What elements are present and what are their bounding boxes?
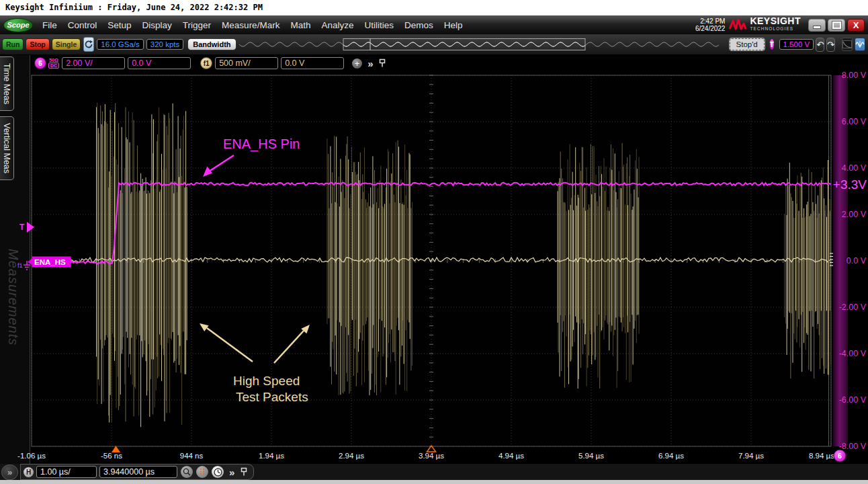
- voltage-axis-label: -4.00 V: [839, 349, 867, 358]
- channel-6-badge[interactable]: 6: [34, 57, 46, 69]
- restore-icon: [832, 22, 841, 29]
- trace-name-label[interactable]: ENA_HS: [28, 257, 71, 268]
- stop-button[interactable]: Stop: [26, 38, 49, 50]
- time-axis-label: 7.94 µs: [738, 452, 764, 460]
- sample-rate-field[interactable]: 16.0 GSa/s: [97, 39, 144, 50]
- time-axis-label: -56 ns: [101, 452, 122, 460]
- channel-offset-field[interactable]: 0.0 V: [128, 57, 191, 69]
- time-axis: -1.06 µs-56 ns944 ns1.94 µs2.94 µs3.94 µ…: [17, 452, 834, 460]
- time-axis-label: 1.94 µs: [259, 452, 284, 460]
- scope-logo[interactable]: Scope: [3, 18, 33, 32]
- voltage-axis-label: 0.0 V: [847, 256, 867, 266]
- bottom-expand-button[interactable]: »: [1, 465, 18, 480]
- markers-button[interactable]: [196, 466, 208, 478]
- menu-file[interactable]: File: [37, 17, 62, 33]
- menubar-right: 2:42 PM 6/24/2022 KEYSIGHT TECHNOLOGIES …: [695, 17, 868, 32]
- channel-scale-field[interactable]: 2.00 V/: [62, 57, 125, 69]
- function-scale-field[interactable]: 500 mV/: [215, 57, 278, 69]
- menu-demos[interactable]: Demos: [399, 17, 439, 33]
- voltage-axis-label: -2.00 V: [839, 302, 867, 312]
- time-axis-label: 6.94 µs: [658, 452, 684, 460]
- trigger-source-badge[interactable]: T: [770, 39, 774, 50]
- menu-help[interactable]: Help: [439, 17, 468, 33]
- horizontal-expand-chevrons[interactable]: »: [229, 467, 234, 478]
- bandwidth-button[interactable]: Bandwidth: [187, 38, 236, 50]
- timebase-field[interactable]: 1.00 µs/: [36, 466, 97, 478]
- waveform-display[interactable]: 8.00 V6.00 V4.00 V2.00 V0.0 V-2.00 V-4.0…: [0, 71, 868, 464]
- redo-icon: ↷: [827, 40, 834, 50]
- waveform-preview-strip[interactable]: [239, 38, 724, 51]
- menu-math[interactable]: Math: [285, 17, 316, 33]
- function-offset-field[interactable]: 0.0 V: [281, 57, 344, 69]
- coupling-badge[interactable]: 50Ω DC: [48, 58, 59, 69]
- trace-label-text: ENA_HS: [34, 258, 66, 266]
- time-axis-label: 5.94 µs: [578, 452, 604, 460]
- function-f1-badge[interactable]: f1: [200, 57, 212, 69]
- menu-items: FileControlSetupDisplayTriggerMeasure/Ma…: [37, 17, 468, 33]
- coupling-label: DC: [48, 63, 59, 69]
- bottom-edge-strip: [0, 480, 868, 484]
- horizontal-pin-icon[interactable]: [240, 467, 248, 477]
- menu-analyze[interactable]: Analyze: [316, 17, 359, 33]
- annotation-packets-text-1: High Speed: [233, 374, 300, 388]
- voltage-axis-label: -6.00 V: [839, 395, 867, 405]
- menu-setup[interactable]: Setup: [102, 17, 136, 33]
- restore-button[interactable]: [828, 19, 845, 32]
- zoom-button[interactable]: [181, 466, 193, 478]
- channel-badge-text: 6: [838, 452, 842, 460]
- horizontal-badge[interactable]: H: [24, 467, 34, 477]
- magnifier-icon: [183, 468, 191, 476]
- rising-edge-icon: [776, 39, 777, 50]
- f1-ground-tag: f1: [17, 262, 23, 269]
- oscilloscope-app: Keysight Infiniium : Friday, June 24, 20…: [0, 0, 868, 484]
- voltage-axis-label: 6.00 V: [842, 117, 867, 126]
- undo-button[interactable]: ↶: [816, 38, 824, 52]
- persistence-icon: [842, 40, 852, 48]
- clock: 2:42 PM 6/24/2022: [695, 17, 726, 32]
- clock-date: 6/24/2022: [695, 25, 726, 32]
- trigger-level-tag: T: [19, 223, 25, 232]
- minimize-button[interactable]: [808, 19, 826, 32]
- close-button[interactable]: X: [847, 19, 865, 32]
- display-settings-button[interactable]: [842, 38, 853, 51]
- delay-field[interactable]: 3.9440000 µs: [99, 466, 177, 478]
- acquisition-status-button[interactable]: Stop'd: [730, 38, 765, 50]
- window-caption: Keysight Infiniium : Friday, June 24, 20…: [0, 0, 868, 15]
- add-waveform-button[interactable]: +: [352, 58, 362, 69]
- touch-toggle-button[interactable]: [83, 37, 94, 52]
- keysight-spark-icon: [729, 18, 747, 32]
- voltage-axis-label: 4.00 V: [842, 163, 867, 173]
- menu-utilities[interactable]: Utilities: [359, 17, 399, 33]
- menu-control[interactable]: Control: [62, 17, 103, 33]
- acquisition-toolbar: Run Stop Single 16.0 GSa/s 320 kpts Band…: [0, 34, 868, 55]
- trace-label-notch-icon: [28, 259, 32, 265]
- channel-badge-bottom-right[interactable]: 6: [834, 450, 846, 462]
- voltage-axis-label: 8.00 V: [842, 71, 867, 80]
- brand-name: KEYSIGHT: [750, 17, 801, 25]
- undo-icon: ↶: [816, 40, 824, 50]
- menu-bar: Scope FileControlSetupDisplayTriggerMeas…: [0, 15, 868, 34]
- clock-time: 2:42 PM: [695, 17, 726, 25]
- voltage-axis-label: 2.00 V: [842, 210, 867, 219]
- time-axis-label: 944 ns: [180, 452, 204, 460]
- menu-measure-mark[interactable]: Measure/Mark: [216, 17, 285, 33]
- voltage-axis-label: -8.00 V: [839, 442, 867, 451]
- redo-button[interactable]: ↷: [826, 38, 835, 52]
- minimize-icon: [813, 26, 821, 29]
- run-button[interactable]: Run: [2, 38, 24, 50]
- trigger-level-field[interactable]: 1.500 V: [779, 39, 814, 50]
- pin-icon[interactable]: [378, 58, 386, 68]
- menu-display[interactable]: Display: [137, 17, 177, 33]
- delay-clock-button[interactable]: [212, 466, 224, 478]
- annotation-packets-text-2: Test Packets: [236, 390, 308, 404]
- loop-icon: [84, 40, 93, 49]
- waveform-scaling-button[interactable]: [855, 38, 865, 51]
- channel-scale-strip[interactable]: [833, 75, 848, 446]
- memory-depth-field[interactable]: 320 kpts: [146, 39, 183, 50]
- level-callout: +3.3V: [833, 177, 867, 192]
- single-button[interactable]: Single: [52, 38, 81, 50]
- time-axis-label: 2.94 µs: [339, 452, 364, 460]
- horizontal-bar: » H 1.00 µs/ 3.9440000 µs: [0, 464, 868, 480]
- menu-trigger[interactable]: Trigger: [177, 17, 216, 33]
- expand-chevrons[interactable]: »: [367, 58, 373, 69]
